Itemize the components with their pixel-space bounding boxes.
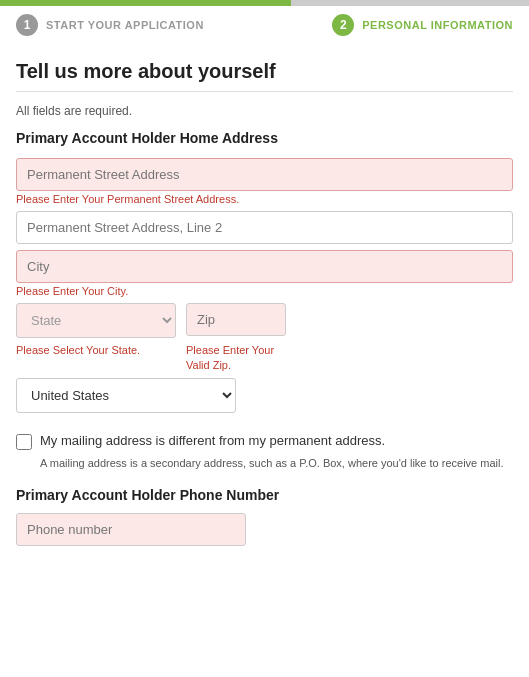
country-group: United States Canada Mexico	[16, 378, 513, 427]
phone-input[interactable]	[16, 513, 246, 546]
page-title: Tell us more about yourself	[16, 60, 513, 83]
step-2-circle: 2	[332, 14, 354, 36]
street-address-group: Please Enter Your Permanent Street Addre…	[16, 158, 513, 205]
mailing-checkbox-label: My mailing address is different from my …	[40, 433, 385, 448]
country-select[interactable]: United States Canada Mexico	[16, 378, 236, 413]
state-zip-errors: Please Select Your State. Please Enter Y…	[16, 342, 513, 372]
required-note: All fields are required.	[16, 104, 513, 118]
street-address-2-group	[16, 211, 513, 244]
step-1-label: Start your application	[46, 19, 204, 31]
state-wrap: State AL AK CA NY TX FL	[16, 303, 176, 338]
steps-row: 1 Start your application 2 Personal info…	[0, 6, 529, 44]
street-address-input[interactable]	[16, 158, 513, 191]
step-1-circle: 1	[16, 14, 38, 36]
mailing-checkbox[interactable]	[16, 434, 32, 450]
city-error: Please Enter Your City.	[16, 285, 513, 297]
step-1: 1 Start your application	[16, 14, 204, 36]
state-select[interactable]: State AL AK CA NY TX FL	[16, 303, 176, 338]
city-group: Please Enter Your City.	[16, 250, 513, 297]
progress-fill	[0, 0, 291, 6]
address-section-title: Primary Account Holder Home Address	[16, 130, 513, 146]
phone-group	[16, 513, 513, 546]
street-address-error: Please Enter Your Permanent Street Addre…	[16, 193, 513, 205]
zip-error-wrap: Please Enter Your Valid Zip.	[186, 342, 286, 372]
main-content: Tell us more about yourself All fields a…	[0, 44, 529, 568]
street-address-2-input[interactable]	[16, 211, 513, 244]
zip-error: Please Enter Your Valid Zip.	[186, 344, 274, 371]
step-2: 2 Personal information	[332, 14, 513, 36]
state-error-wrap: Please Select Your State.	[16, 342, 176, 372]
zip-input[interactable]	[186, 303, 286, 336]
mailing-checkbox-row: My mailing address is different from my …	[16, 433, 513, 450]
state-error: Please Select Your State.	[16, 344, 140, 356]
phone-section-title: Primary Account Holder Phone Number	[16, 487, 513, 503]
zip-wrap	[186, 303, 286, 338]
divider	[16, 91, 513, 92]
progress-bar-container: 1 Start your application 2 Personal info…	[0, 0, 529, 44]
step-2-label: Personal information	[362, 19, 513, 31]
state-zip-row: State AL AK CA NY TX FL	[16, 303, 513, 338]
progress-track	[0, 0, 529, 6]
mailing-note: A mailing address is a secondary address…	[40, 456, 513, 471]
city-input[interactable]	[16, 250, 513, 283]
